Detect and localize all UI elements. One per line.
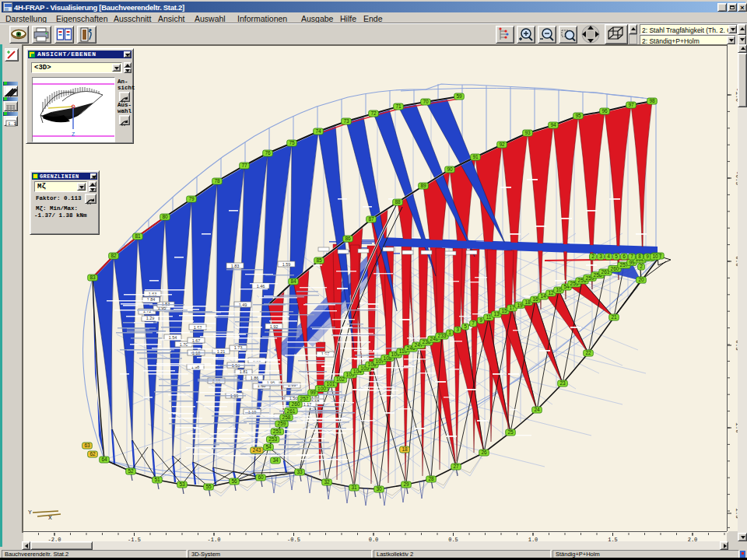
svg-text:84: 84 bbox=[290, 278, 296, 284]
svg-text:28: 28 bbox=[428, 476, 434, 481]
svg-text:Y: Y bbox=[28, 509, 32, 516]
svg-text:33: 33 bbox=[296, 469, 303, 474]
svg-text:74: 74 bbox=[315, 128, 321, 134]
svg-text:95: 95 bbox=[575, 113, 581, 118]
svg-text:18: 18 bbox=[524, 299, 531, 305]
svg-text:10: 10 bbox=[556, 287, 562, 292]
svg-text:24: 24 bbox=[534, 407, 540, 412]
svg-text:7: 7 bbox=[472, 320, 475, 326]
svg-text:233: 233 bbox=[438, 333, 447, 338]
svg-text:258: 258 bbox=[282, 415, 291, 420]
svg-text:251: 251 bbox=[273, 429, 282, 434]
svg-text:31: 31 bbox=[351, 485, 357, 490]
svg-text:76: 76 bbox=[265, 150, 271, 156]
svg-text:261: 261 bbox=[287, 408, 296, 414]
svg-text:80: 80 bbox=[162, 214, 168, 219]
svg-text:29: 29 bbox=[403, 481, 409, 487]
svg-text:20: 20 bbox=[638, 277, 644, 282]
svg-text:94: 94 bbox=[550, 122, 556, 128]
svg-text:86: 86 bbox=[345, 236, 351, 241]
svg-text:96: 96 bbox=[601, 108, 608, 114]
svg-text:1.86: 1.86 bbox=[251, 376, 259, 380]
svg-text:4: 4 bbox=[607, 254, 610, 259]
svg-text:60: 60 bbox=[258, 474, 264, 480]
svg-text:91: 91 bbox=[472, 154, 479, 159]
svg-text:22: 22 bbox=[585, 350, 591, 355]
svg-text:15: 15 bbox=[501, 308, 507, 313]
svg-text:14: 14 bbox=[540, 293, 546, 299]
svg-text:32: 32 bbox=[324, 479, 330, 485]
svg-text:8: 8 bbox=[638, 254, 641, 259]
svg-text:9: 9 bbox=[479, 317, 482, 323]
svg-text:253: 253 bbox=[268, 436, 277, 442]
svg-text:27: 27 bbox=[453, 464, 459, 469]
svg-text:88: 88 bbox=[395, 199, 401, 205]
svg-text:64: 64 bbox=[101, 457, 107, 462]
svg-text:59: 59 bbox=[456, 93, 462, 99]
svg-text:102: 102 bbox=[336, 376, 345, 382]
svg-text:1.83: 1.83 bbox=[231, 264, 240, 268]
svg-text:5: 5 bbox=[615, 254, 618, 259]
svg-text:X: X bbox=[48, 514, 52, 521]
svg-text:18: 18 bbox=[402, 446, 408, 452]
svg-text:92: 92 bbox=[499, 142, 505, 147]
svg-text:70: 70 bbox=[423, 99, 429, 104]
svg-text:1.73: 1.73 bbox=[234, 345, 243, 350]
svg-text:99: 99 bbox=[310, 390, 316, 395]
svg-text:1.21: 1.21 bbox=[217, 349, 226, 354]
svg-text:97: 97 bbox=[628, 102, 634, 107]
svg-text:89: 89 bbox=[420, 183, 426, 188]
svg-text:71: 71 bbox=[395, 103, 402, 109]
svg-text:101: 101 bbox=[327, 381, 335, 387]
svg-text:51: 51 bbox=[154, 477, 160, 482]
svg-text:53: 53 bbox=[179, 481, 185, 487]
svg-text:Z: Z bbox=[72, 131, 75, 138]
svg-text:72: 72 bbox=[370, 110, 377, 116]
svg-text:85: 85 bbox=[316, 257, 322, 263]
svg-text:81: 81 bbox=[135, 233, 141, 239]
svg-text:52: 52 bbox=[128, 468, 134, 474]
svg-text:78: 78 bbox=[214, 178, 220, 184]
svg-text:13: 13 bbox=[493, 311, 500, 317]
svg-text:12: 12 bbox=[548, 290, 554, 296]
svg-text:257: 257 bbox=[300, 396, 309, 401]
svg-text:90: 90 bbox=[447, 166, 453, 172]
svg-text:243: 243 bbox=[253, 447, 261, 453]
svg-text:7: 7 bbox=[630, 254, 633, 259]
svg-text:75: 75 bbox=[289, 140, 295, 145]
svg-text:54: 54 bbox=[265, 444, 272, 450]
svg-text:1.59: 1.59 bbox=[282, 262, 291, 267]
svg-text:17: 17 bbox=[509, 305, 515, 310]
svg-text:55: 55 bbox=[205, 484, 212, 489]
svg-text:10: 10 bbox=[652, 254, 658, 259]
svg-text:25: 25 bbox=[507, 429, 514, 435]
svg-text:1.67: 1.67 bbox=[192, 338, 201, 343]
svg-text:93: 93 bbox=[524, 130, 531, 135]
svg-text:23: 23 bbox=[559, 380, 566, 386]
svg-text:77: 77 bbox=[241, 163, 247, 168]
svg-text:34: 34 bbox=[272, 457, 279, 463]
svg-text:260: 260 bbox=[292, 401, 300, 407]
svg-text:62: 62 bbox=[89, 451, 96, 457]
svg-text:26: 26 bbox=[481, 450, 487, 455]
svg-text:1.3: 1.3 bbox=[8, 121, 16, 127]
svg-text:2: 2 bbox=[591, 254, 594, 259]
svg-text:1.70: 1.70 bbox=[180, 342, 188, 347]
svg-text:3: 3 bbox=[599, 254, 602, 259]
svg-text:79: 79 bbox=[188, 196, 195, 201]
svg-text:63: 63 bbox=[84, 443, 90, 448]
svg-text:1: 1 bbox=[448, 330, 451, 335]
svg-text:98: 98 bbox=[649, 98, 655, 103]
svg-text:82: 82 bbox=[110, 253, 117, 258]
svg-text:30: 30 bbox=[376, 486, 382, 492]
svg-text:1.46: 1.46 bbox=[257, 284, 265, 289]
svg-text:87: 87 bbox=[368, 216, 374, 222]
svg-text:3: 3 bbox=[456, 327, 459, 332]
svg-text:16: 16 bbox=[532, 296, 538, 302]
svg-text:9: 9 bbox=[646, 254, 649, 259]
svg-text:259: 259 bbox=[278, 421, 286, 426]
svg-text:19: 19 bbox=[517, 303, 523, 308]
svg-text:56: 56 bbox=[231, 478, 237, 484]
svg-text:73: 73 bbox=[343, 118, 349, 124]
svg-text:1.72: 1.72 bbox=[143, 309, 152, 313]
